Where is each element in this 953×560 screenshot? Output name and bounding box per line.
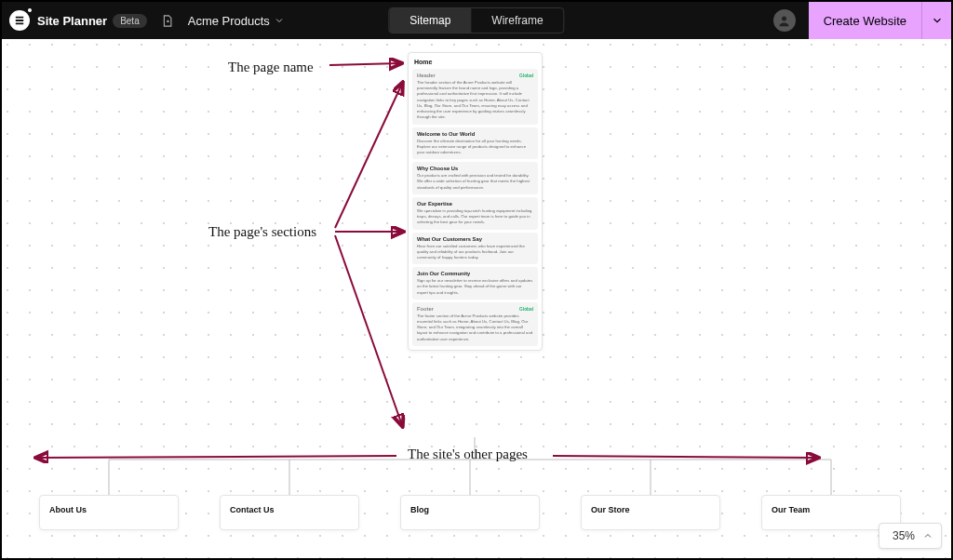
chevron-up-icon [922,530,933,541]
user-avatar-icon[interactable] [773,9,796,32]
sitemap-canvas[interactable]: Home HeaderGlobalThe header section of t… [2,39,951,558]
svg-line-9 [335,84,402,228]
section-title: Header [417,73,436,78]
section-title: Why Choose Us [417,166,458,171]
annotation-page-name: The page name [228,60,314,75]
svg-line-11 [335,235,402,425]
view-tabs: Sitemap Wireframe [388,7,564,33]
chevron-down-icon [274,15,285,26]
section-body: The header section of the Acme Products … [417,80,533,121]
page-title: About Us [49,505,87,514]
section-badge-global: Global [519,73,533,78]
svg-line-8 [329,63,400,65]
page-card[interactable]: Our Store [581,495,720,530]
section-body: We specialize in providing top-notch hun… [417,208,533,226]
annotation-other-pages: The site's other pages [408,447,528,462]
section-body: The footer section of the Acme Products … [417,313,533,342]
section-title: Our Expertise [417,201,452,207]
section-title: Welcome to Our World [417,131,475,137]
svg-point-0 [782,16,786,20]
section-body: Our products are crafted with precision … [417,173,533,191]
section-title: Footer [417,306,434,312]
svg-line-12 [37,456,396,458]
create-website-button[interactable]: Create Website [809,2,921,39]
page-card[interactable]: About Us [39,495,179,530]
page-section[interactable]: What Our Customers SayHear from our sati… [412,233,538,265]
section-body: Hear from our satisfied customers who ha… [417,244,533,261]
zoom-control[interactable]: 35% [879,523,942,549]
topbar: Site Planner Beta Acme Products Sitemap … [2,2,951,39]
page-title: Our Team [772,505,810,514]
page-section[interactable]: Why Choose UsOur products are crafted wi… [412,162,538,194]
zoom-value: 35% [893,529,915,542]
site-name-dropdown[interactable]: Acme Products [188,14,285,28]
page-section[interactable]: FooterGlobalThe footer section of the Ac… [412,302,538,346]
page-section[interactable]: Join Our CommunitySign up for our newsle… [412,267,538,300]
page-title: Home [412,57,538,69]
section-body: Discover the ultimate destination for al… [417,139,533,156]
page-section[interactable]: Our ExpertiseWe specialize in providing … [412,197,538,230]
section-body: Sign up for our newsletter to receive ex… [417,278,533,296]
site-name-label: Acme Products [188,14,270,28]
app-logo-icon [9,10,30,31]
page-section[interactable]: Welcome to Our WorldDiscover the ultimat… [412,127,538,160]
page-title: Blog [410,505,429,514]
app-name: Site Planner [37,14,107,28]
tab-wireframe[interactable]: Wireframe [471,8,563,33]
document-icon[interactable] [160,13,175,28]
page-title: Our Store [591,505,630,514]
section-title: What Our Customers Say [417,236,482,242]
page-section[interactable]: HeaderGlobalThe header section of the Ac… [412,69,538,125]
page-title: Contact Us [230,505,275,514]
page-card[interactable]: Contact Us [220,495,359,530]
chevron-down-icon [931,14,944,27]
create-website-dropdown[interactable] [921,2,951,39]
annotation-page-sections: The page's sections [208,224,316,240]
tab-sitemap[interactable]: Sitemap [389,8,471,33]
topbar-right: Create Website [773,2,951,39]
section-badge-global: Global [519,307,533,312]
page-card-home[interactable]: Home HeaderGlobalThe header section of t… [408,52,543,351]
section-title: Join Our Community [417,271,470,276]
svg-line-13 [553,456,817,458]
beta-badge: Beta [113,14,147,28]
page-card[interactable]: Blog [400,495,540,530]
